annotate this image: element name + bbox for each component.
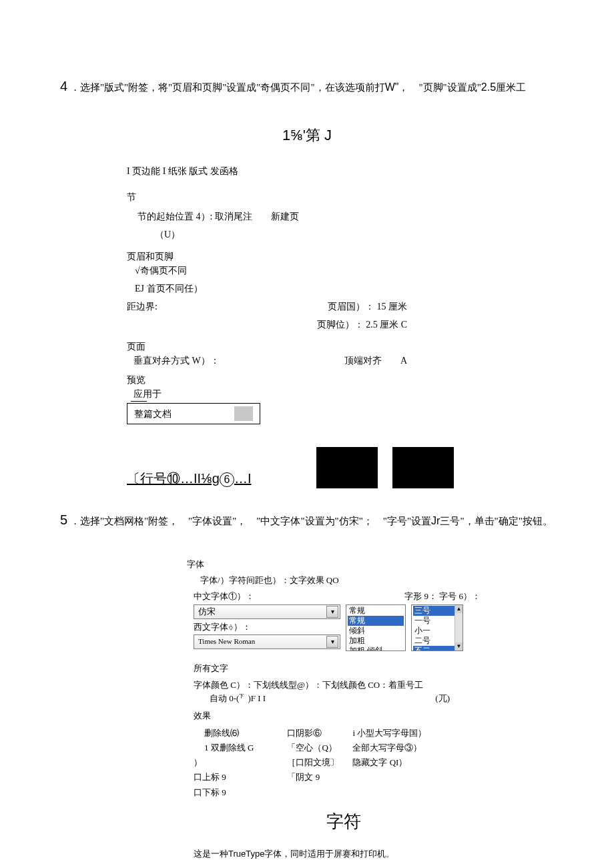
chevron-down-icon: ▾ xyxy=(326,636,338,648)
formula-text: 1⅝'第 J xyxy=(60,125,554,145)
chevron-down-icon: ▾ xyxy=(326,606,338,618)
effect-checkbox[interactable]: 隐藏文字 QI） xyxy=(352,756,426,769)
circled-6-icon: 6 xyxy=(220,472,234,487)
font-preview: 字符 xyxy=(187,809,501,835)
auto-label: 自动 0-(㆘)F I I xyxy=(210,692,266,705)
step-5-number: 5 xyxy=(60,512,67,527)
list-item[interactable]: 加粗 xyxy=(348,636,404,646)
size-listbox[interactable]: 三号 一号 小一 二号 不二 ▲ ▼ xyxy=(411,604,463,651)
section-start: 节的起始位置 4）: 取消尾注 新建页 xyxy=(137,209,460,224)
scrollbar[interactable]: ▲ ▼ xyxy=(454,605,463,650)
font-description: 这是一种TrueType字体，同时适用于屏赛和打印机。 xyxy=(194,847,501,861)
section-label: 节 xyxy=(127,190,460,204)
list-item[interactable]: 加粗 倾斜 xyxy=(348,646,404,651)
valign-value: 顶端对齐 A xyxy=(344,354,407,368)
cjk-font-label: 中文字体①）： xyxy=(194,590,254,603)
size-label: 字号 6）： xyxy=(439,591,481,601)
effect-checkbox[interactable]: ［口阳文境〕 xyxy=(287,756,339,769)
step-4-paragraph: 4 ．选择"版式"附签，将"页眉和页脚"设置成"奇偶页不同"，在该选项前打W"，… xyxy=(60,73,554,99)
preview-boxes xyxy=(316,447,460,488)
font-tabs: 字体/）字符间距也）：文字效果 QO xyxy=(200,574,501,587)
all-text-label: 所有文字 xyxy=(194,662,501,675)
effect-checkbox[interactable]: 1 双删除线 G xyxy=(204,741,254,755)
section-u: （U） xyxy=(155,228,460,242)
preview-label: 预览 xyxy=(127,373,460,387)
auto-right: (兀) xyxy=(435,692,450,705)
list-item[interactable]: 常规 xyxy=(348,616,404,626)
dropdown-handle-icon xyxy=(234,406,253,421)
preview-box-icon xyxy=(316,447,378,488)
color-row: 字体颜色 C）：下划线线型@）：下划线颜色 CO：着重号工 xyxy=(194,679,501,692)
step-5-paragraph: 5 ．选择"文档网格"附签， "字体设置"， "中文字体"设置为"仿宋"； "字… xyxy=(60,507,554,532)
effect-checkbox[interactable]: 口阴影⑥ xyxy=(287,727,339,740)
font-dialog: 字体 字体/）字符间距也）：文字效果 QO 中文字体①）： 字形 9： 字号 6… xyxy=(187,558,501,868)
applyto-label: 应用于 xyxy=(133,387,460,401)
effect-checkbox[interactable]: 删除线⑹ xyxy=(204,727,254,740)
latin-font-value: Times New Roman xyxy=(198,636,255,647)
latin-font-combo[interactable]: Times New Roman ▾ xyxy=(194,634,340,649)
step-4-number: 4 xyxy=(60,79,67,93)
preview-box-icon xyxy=(392,447,454,488)
effect-checkbox[interactable]: 「空心（Q） xyxy=(287,741,339,755)
cjk-font-combo[interactable]: 仿宋 ▾ xyxy=(194,604,340,619)
hf-first-page-check[interactable]: EJ 首页不同任） xyxy=(135,282,460,296)
style-listbox[interactable]: 常规 常规 常规 常规 常规 倾斜 加粗 加粗 倾斜 xyxy=(346,604,406,651)
effect-checkbox[interactable]: 口下标 9 xyxy=(194,786,254,799)
page-label: 页面 xyxy=(127,340,460,354)
font-dialog-title: 字体 xyxy=(187,558,501,571)
list-item[interactable]: 倾斜 xyxy=(348,626,404,636)
scroll-down-icon[interactable]: ▼ xyxy=(455,642,463,650)
dialog1-tabs: I 页边能 I 纸张 版式 发函格 xyxy=(127,164,460,178)
list-item[interactable]: 常规 xyxy=(348,606,404,616)
effect-checkbox[interactable]: 口上标 9 xyxy=(194,771,254,784)
effect-checkbox[interactable]: 全部大写字母③） xyxy=(352,741,426,755)
margin-label: 距边界: xyxy=(127,300,158,314)
hf-odd-even-check[interactable]: √奇偶页不同 xyxy=(135,264,460,278)
effect-rp: ） xyxy=(194,756,254,769)
line-number-text: 〔行号⑩…II⅛g6…I xyxy=(127,468,251,488)
hf-title: 页眉和页脚 xyxy=(127,250,460,264)
footer-field: 页脚位）： 2.5 厘米 C xyxy=(317,318,407,332)
cjk-font-value: 仿宋 xyxy=(198,605,216,618)
style-label: 字形 9： xyxy=(404,591,437,601)
effects-label: 效果 xyxy=(194,709,501,723)
applyto-value: 整篇文档 xyxy=(134,407,172,421)
effect-checkbox[interactable]: 「阴文 9 xyxy=(287,771,339,784)
effects-group: 删除线⑹ 1 双删除线 G ） 口上标 9 口下标 9 口阴影⑥ 「空心（Q） … xyxy=(194,727,501,799)
effect-checkbox[interactable]: i 小型大写字母国） xyxy=(352,727,426,740)
page-setup-dialog: I 页边能 I 纸张 版式 发函格 节 节的起始位置 4）: 取消尾注 新建页 … xyxy=(127,164,460,488)
header-field: 页眉国）： 15 厘米 xyxy=(328,300,407,314)
applyto-dropdown[interactable]: 整篇文档 xyxy=(127,403,260,424)
valign-label: 垂直对弁方式 W）： xyxy=(133,354,220,368)
scroll-up-icon[interactable]: ▲ xyxy=(455,605,463,613)
latin-font-label: 西文字体⎀）： xyxy=(194,620,340,634)
